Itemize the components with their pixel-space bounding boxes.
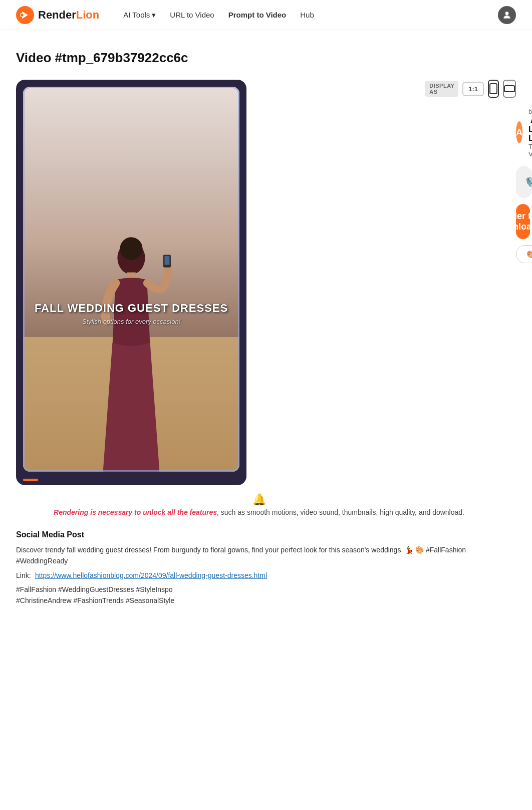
logo-icon [16, 6, 34, 24]
main-content: Video #tmp_679b37922cc6c [0, 30, 532, 627]
chevron-down-icon: ▾ [152, 11, 156, 20]
voice-row: 🎙️ by Nova (F) Settings ⚙️ [516, 166, 532, 198]
prompt-to-video-link[interactable]: Prompt to Video [228, 11, 287, 19]
author-type: Text to Video [528, 143, 532, 158]
svg-rect-7 [164, 256, 169, 265]
render-note: 🔔 Rendering is necessary to unlock all t… [16, 493, 502, 516]
svg-point-1 [21, 13, 24, 17]
video-container: FALL WEDDING GUEST DRESSES Stylish optio… [16, 80, 502, 606]
svg-rect-9 [504, 86, 514, 92]
ratio-9-16-button[interactable] [488, 80, 499, 98]
nav-links: AI Tools ▾ URL to Video Prompt to Video … [123, 11, 498, 20]
render-note-text: Rendering is necessary to unlock all the… [16, 508, 502, 516]
render-to-download-button[interactable]: Render to Download 🔥 [516, 204, 530, 239]
video-progress-bar [23, 479, 38, 481]
ai-tools-link[interactable]: AI Tools ▾ [123, 11, 156, 20]
navbar: RenderLion AI Tools ▾ URL to Video Promp… [0, 0, 532, 30]
author-by-name: by Alex Little Lion [528, 107, 532, 143]
ratio-16-9-button[interactable] [503, 80, 516, 98]
page-title: Video #tmp_679b37922cc6c [16, 50, 516, 66]
hub-link[interactable]: Hub [300, 11, 314, 19]
social-post-body: Discover trendy fall wedding guest dress… [16, 544, 502, 567]
link-label: Link: [16, 571, 31, 579]
social-post-link[interactable]: https://www.hellofashionblog.com/2024/09… [35, 571, 267, 579]
render-note-bold: Rendering is necessary to unlock all the… [54, 508, 217, 516]
bell-icon: 🔔 [16, 493, 502, 506]
display-as-label: DISPLAY AS [425, 81, 458, 97]
microphone-icon: 🎙️ [524, 176, 532, 187]
svg-point-4 [120, 238, 142, 260]
content-row: FALL WEDDING GUEST DRESSES Stylish optio… [16, 80, 516, 606]
video-overlay-text: FALL WEDDING GUEST DRESSES Stylish optio… [34, 302, 229, 325]
social-post-title: Social Media Post [16, 530, 502, 539]
svg-rect-8 [490, 84, 497, 94]
video-title: FALL WEDDING GUEST DRESSES [34, 302, 229, 315]
logo[interactable]: RenderLion [16, 6, 99, 24]
video-preview[interactable]: FALL WEDDING GUEST DRESSES Stylish optio… [23, 87, 239, 472]
social-post-section: Social Media Post Discover trendy fall w… [16, 530, 502, 606]
render-note-rest: , such as smooth motions, video sound, t… [217, 508, 464, 516]
social-post-link-row: Link: https://www.hellofashionblog.com/2… [16, 571, 502, 580]
render-label: Render to Download [494, 211, 532, 232]
ratio-1-1-button[interactable]: 1:1 [462, 82, 484, 96]
video-subtitle: Stylish options for every occasion! [34, 318, 229, 325]
social-post-hashtags: #FallFashion #WeddingGuestDresses #Style… [16, 584, 502, 606]
url-to-video-link[interactable]: URL to Video [170, 11, 214, 19]
author-avatar: A [516, 121, 522, 143]
user-avatar[interactable] [498, 6, 516, 24]
palette-icon: 🎨 [526, 250, 532, 258]
author-info: by Alex Little Lion Text to Video [528, 107, 532, 158]
logo-text: RenderLion [38, 9, 99, 22]
svg-point-2 [505, 12, 509, 15]
use-button[interactable]: 🎨 Use [516, 245, 532, 263]
person-figure [69, 117, 194, 472]
